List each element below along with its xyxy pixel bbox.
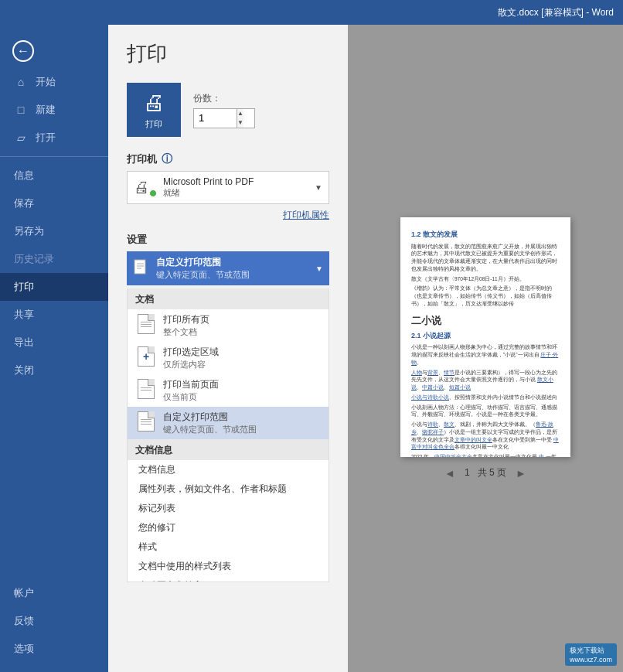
print-current-page-item[interactable]: 打印当前页面 仅当前页: [128, 374, 329, 407]
sidebar-item-new[interactable]: □ 新建: [0, 96, 108, 124]
all-pages-icon: [135, 313, 157, 335]
printer-status: 就绪: [163, 187, 308, 199]
print-custom-range-item[interactable]: 自定义打印范围 键入特定页面、节或范围: [128, 407, 329, 439]
back-circle-icon: ←: [12, 40, 34, 62]
printer-name: Microsoft Print to PDF: [163, 176, 308, 187]
preview-text4: 小说是一种以刻画人物形象为中心，通过完整的故事情节和环境的描写来反映社会生活的文…: [411, 343, 560, 366]
settings-section-header: 设置: [127, 233, 329, 247]
print-panel: 打印 🖨 打印 份数： ▲ ▼: [108, 25, 348, 672]
doc-info-item[interactable]: 文档信息: [128, 460, 329, 479]
sidebar: ← ⌂ 开始 □ 新建 ▱ 打开 信息 保存 另存为: [0, 25, 108, 672]
sidebar-label-home: 开始: [36, 75, 56, 89]
preview-heading3: 2.1 小说起源: [411, 331, 560, 341]
custom-range-icon: [135, 411, 157, 432]
sidebar-label-print: 打印: [14, 280, 34, 294]
preview-heading2: 二小说: [411, 314, 560, 328]
preview-text8: 小说与诗歌、散文、戏剧，并称为四大文学体裁。（鲁迅·故乡、骆驼祥子）小说是一组主…: [411, 421, 560, 451]
sidebar-item-info[interactable]: 信息: [0, 162, 108, 189]
doc-group-header: 文档: [128, 288, 329, 309]
info-icon: ⓘ: [162, 152, 172, 166]
properties-item[interactable]: 属性列表，例如文件名、作者和标题: [128, 479, 329, 499]
printer-device-icon: 🖨: [134, 179, 149, 196]
range-sub: 键入特定页面、节或范围: [156, 269, 309, 281]
sidebar-label-new: 新建: [36, 103, 56, 117]
printer-info: Microsoft Print to PDF 就绪: [163, 176, 308, 199]
selection-text: 打印选定区域 仅所选内容: [163, 346, 321, 370]
preview-page: 1.2 散文的发展 随着时代的发展，散文的范围愈来愈广义开放，并展现出独特的艺术…: [400, 217, 570, 457]
all-pages-title: 打印所有页: [163, 313, 321, 326]
sidebar-item-history[interactable]: 历史记录: [0, 245, 108, 273]
print-title: 打印: [127, 40, 329, 67]
sidebar-label-open: 打开: [36, 131, 56, 145]
back-button[interactable]: ←: [0, 34, 108, 68]
copies-area: 份数： ▲ ▼: [193, 92, 255, 128]
sidebar-item-options[interactable]: 选项: [0, 635, 108, 663]
sidebar-label-share: 共享: [14, 308, 34, 322]
preview-navigation: ◄ 1 共 5 页 ►: [444, 466, 526, 479]
preview-text3: 《增韵》认为：平常文体（为总文章之意），是指不明时的（也是文章传书），如始传书（…: [411, 285, 560, 307]
sidebar-item-saveas[interactable]: 另存为: [0, 217, 108, 245]
title-bar: 散文.docx [兼容模式] - Word: [0, 0, 623, 25]
all-pages-sub: 整个文档: [163, 326, 321, 338]
copies-label: 份数：: [193, 92, 255, 105]
copies-decrement[interactable]: ▼: [237, 118, 243, 128]
print-range-dropdown[interactable]: 自定义打印范围 键入特定页面、节或范围 ▼: [127, 251, 329, 285]
sidebar-item-account[interactable]: 帐户: [0, 579, 108, 607]
styles-item[interactable]: 样式: [128, 537, 329, 557]
sidebar-item-home[interactable]: ⌂ 开始: [0, 68, 108, 96]
selection-title: 打印选定区域: [163, 346, 321, 359]
copies-input[interactable]: [194, 111, 237, 125]
range-icon: [133, 258, 150, 279]
copies-spinner: ▲ ▼: [237, 109, 243, 128]
markup-list-item[interactable]: 标记列表: [128, 499, 329, 518]
sidebar-item-print[interactable]: 打印: [0, 273, 108, 301]
sidebar-item-feedback[interactable]: 反馈: [0, 607, 108, 635]
current-page-sub: 仅当前页: [163, 391, 321, 403]
preview-text2: 散文（文学古有〈970年12月08日-11月）开始。: [411, 275, 560, 283]
sidebar-label-info: 信息: [14, 169, 34, 182]
print-button[interactable]: 🖨 打印: [127, 83, 181, 137]
print-all-pages-item[interactable]: 打印所有页 整个文档: [128, 309, 329, 342]
watermark: 极光下载站www.xz7.com: [565, 643, 617, 666]
styles-used-item[interactable]: 文档中使用的样式列表: [128, 557, 329, 576]
sidebar-item-export[interactable]: 导出: [0, 329, 108, 356]
selection-icon: +: [135, 346, 157, 367]
preview-text6: 小说与诗歌小说、按照情景和文外内小说情节台和小说描述向: [411, 394, 560, 401]
custom-range-sub: 键入特定页面、节或范围: [163, 424, 321, 435]
home-icon: ⌂: [14, 76, 28, 88]
copies-input-wrap: ▲ ▼: [193, 108, 255, 128]
printer-select[interactable]: 🖨 Microsoft Print to PDF 就绪 ▼: [127, 171, 329, 204]
preview-text9: 2022 年，中国中叫全文全名富在文化叫最一中文化最 中 一年一: [411, 453, 560, 457]
printer-properties-link[interactable]: 打印机属性: [127, 209, 329, 222]
sidebar-item-open[interactable]: ▱ 打开: [0, 124, 108, 152]
prev-page-button[interactable]: ◄: [444, 467, 455, 479]
range-title: 自定义打印范围: [156, 256, 309, 269]
range-dd-text: 自定义打印范围 键入特定页面、节或范围: [156, 256, 309, 281]
printer-status-dot: [149, 189, 157, 197]
sidebar-label-options: 选项: [14, 642, 34, 656]
preview-text7: 小说刻画人物方法：心理描写、动作描写、语言描写、通感描写、外貌描写、环境描写。小…: [411, 404, 560, 419]
svg-rect-0: [134, 260, 145, 274]
sidebar-label-save: 保存: [14, 196, 34, 210]
next-page-button[interactable]: ►: [516, 467, 526, 479]
sidebar-label-feedback: 反馈: [14, 614, 34, 628]
copies-increment[interactable]: ▲: [237, 109, 243, 118]
current-page-title: 打印当前页面: [163, 378, 321, 391]
printer-section-label: 打印机: [127, 152, 157, 166]
sidebar-label-close: 关闭: [14, 363, 34, 377]
sidebar-item-save[interactable]: 保存: [0, 189, 108, 217]
sidebar-label-account: 帐户: [14, 586, 34, 600]
doc-info-group-header: 文档信息: [128, 439, 329, 460]
preview-text5: 人物与背景、情节是小说的三要素构），得写一段心为之先的先先文件，从这文件会大量依…: [411, 369, 560, 391]
all-pages-text: 打印所有页 整个文档: [163, 313, 321, 338]
print-selection-item[interactable]: + 打印选定区域 仅所选内容: [128, 342, 329, 374]
your-revisions-item[interactable]: 您的修订: [128, 518, 329, 537]
printer-icon-wrap: 🖨: [134, 179, 157, 197]
title-text: 散文.docx [兼容模式] - Word: [498, 6, 614, 19]
sidebar-item-share[interactable]: 共享: [0, 301, 108, 329]
auto-text-item[interactable]: 自动图文集输入: [128, 576, 329, 582]
range-dropdown-arrow: ▼: [315, 264, 323, 273]
custom-range-text: 自定义打印范围 键入特定页面、节或范围: [163, 411, 321, 435]
sidebar-item-close[interactable]: 关闭: [0, 356, 108, 384]
printer-dropdown-arrow: ▼: [315, 183, 322, 192]
